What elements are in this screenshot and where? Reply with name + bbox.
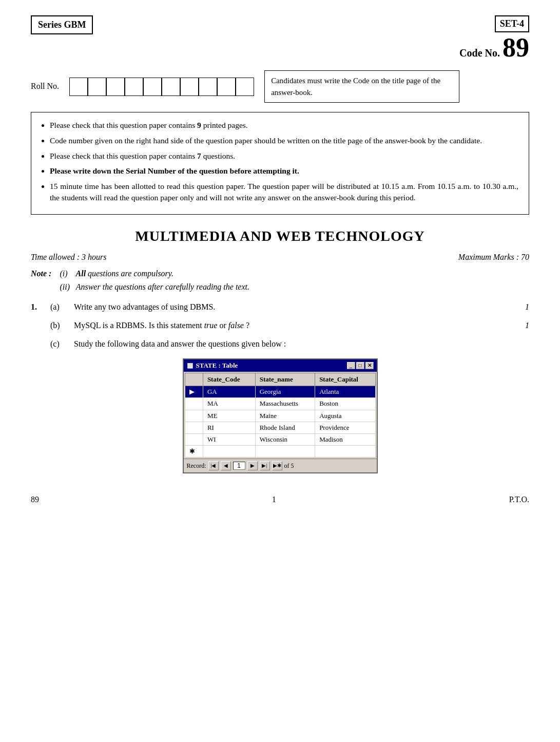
cell-name-new	[255, 446, 315, 458]
nav-new-button[interactable]: ▶✱	[272, 461, 282, 470]
footer-left: 89	[31, 494, 39, 505]
maximize-button[interactable]: □	[356, 362, 364, 369]
nav-last-button[interactable]: ▶|	[260, 461, 270, 470]
roll-box-10[interactable]	[236, 78, 254, 96]
roll-box-3[interactable]	[106, 78, 125, 96]
footer-right: P.T.O.	[509, 494, 529, 505]
cell-code: RI	[203, 422, 255, 433]
instruction-4: Please write down the Serial Number of t…	[50, 165, 518, 177]
question-1a-row: 1. (a) Write any two advantages of using…	[31, 301, 529, 313]
roll-box-2[interactable]	[88, 78, 106, 96]
cell-name: Rhode Island	[255, 422, 315, 433]
table-title: STATE : Table	[196, 361, 238, 370]
question-1b-row: (b) MySQL is a RDBMS. Is this statement …	[31, 320, 529, 331]
instructions-box: Please check that this question paper co…	[31, 112, 529, 215]
cell-code: WI	[203, 433, 255, 445]
roll-box-8[interactable]	[199, 78, 217, 96]
db-table-titlebar: ▦ STATE : Table _ □ ✕	[184, 359, 377, 372]
q1c-text: Study the following data and answer the …	[74, 338, 509, 350]
cell-name: Wisconsin	[255, 433, 315, 445]
code-no-value: 89	[503, 33, 529, 62]
nav-prev-button[interactable]: ◀	[221, 461, 231, 470]
state-table: State_Code State_name State_Capital ▶ GA…	[185, 373, 376, 458]
cell-capital: Augusta	[315, 410, 375, 422]
roll-box-6[interactable]	[162, 78, 180, 96]
cell-code: ME	[203, 410, 255, 422]
note-row: Note : (i) All questions are compulsory.…	[31, 268, 529, 293]
row-indicator	[185, 398, 203, 410]
cell-capital-new	[315, 446, 375, 458]
row-indicator-new: ✱	[185, 446, 203, 458]
nav-first-button[interactable]: |◀	[208, 461, 219, 470]
row-indicator	[185, 410, 203, 422]
subject-title: MULTIMEDIA AND WEB TECHNOLOGY	[31, 226, 529, 246]
note-item-1: (i) All questions are compulsory.	[60, 268, 249, 279]
cell-name: Maine	[255, 410, 315, 422]
col-state-code: State_Code	[203, 373, 255, 386]
q1b-text: MySQL is a RDBMS. Is this statement true…	[74, 320, 509, 331]
roll-section: Roll No. Candidates must write the Code …	[31, 70, 529, 103]
roll-box-4[interactable]	[125, 78, 143, 96]
row-indicator	[185, 422, 203, 433]
cell-code: MA	[203, 398, 255, 410]
titlebar-title: ▦ STATE : Table	[187, 361, 238, 370]
roll-box-1[interactable]	[69, 78, 88, 96]
q1a-part: (a)	[50, 301, 69, 313]
table-row: MA Massachusetts Boston	[185, 398, 375, 410]
questions-section: 1. (a) Write any two advantages of using…	[31, 301, 529, 474]
minimize-button[interactable]: _	[347, 362, 355, 369]
time-allowed: Time allowed : 3 hours	[31, 252, 107, 263]
code-no-label: Code No.	[459, 47, 500, 59]
note-label: Note :	[31, 268, 51, 293]
note-section: Note : (i) All questions are compulsory.…	[31, 268, 529, 293]
q1a-text: Write any two advantages of using DBMS.	[74, 301, 509, 313]
roll-box-5[interactable]	[143, 78, 162, 96]
table-header-row: State_Code State_name State_Capital	[185, 373, 375, 386]
titlebar-controls: _ □ ✕	[347, 362, 374, 369]
col-state-name: State_name	[255, 373, 315, 386]
row-indicator: ▶	[185, 386, 203, 398]
max-marks: Maximum Marks : 70	[458, 252, 529, 263]
footer-center: 1	[272, 494, 276, 505]
table-row: ME Maine Augusta	[185, 410, 375, 422]
col-state-capital: State_Capital	[315, 373, 375, 386]
series-label: Series GBM	[31, 15, 93, 34]
table-row-new: ✱	[185, 446, 375, 458]
note-item-2: (ii) Answer the questions after carefull…	[60, 281, 249, 293]
page-footer: 89 1 P.T.O.	[31, 494, 529, 505]
cell-capital: Providence	[315, 422, 375, 433]
cell-capital: Madison	[315, 433, 375, 445]
question-1c-row: (c) Study the following data and answer …	[31, 338, 529, 350]
col-indicator	[185, 373, 203, 386]
cell-capital: Atlanta	[315, 386, 375, 398]
cell-code: GA	[203, 386, 255, 398]
instruction-5: 15 minute time has been allotted to read…	[50, 181, 518, 203]
cell-code-new	[203, 446, 255, 458]
roll-boxes	[69, 78, 254, 96]
nav-next-button[interactable]: ▶	[247, 461, 258, 470]
row-indicator	[185, 433, 203, 445]
record-label: Record:	[187, 462, 206, 470]
record-of: of 5	[284, 462, 294, 470]
cell-capital: Boston	[315, 398, 375, 410]
close-button[interactable]: ✕	[365, 362, 374, 369]
cell-name: Massachusetts	[255, 398, 315, 410]
instructions-list: Please check that this question paper co…	[38, 120, 518, 203]
q1a-marks: 1	[514, 301, 529, 313]
instruction-3: Please check that this question paper co…	[50, 150, 518, 162]
roll-box-7[interactable]	[180, 78, 199, 96]
table-row: RI Rhode Island Providence	[185, 422, 375, 433]
roll-box-9[interactable]	[217, 78, 236, 96]
q1c-part: (c)	[50, 338, 69, 350]
top-header: Series GBM SET-4 Code No. 89	[31, 15, 529, 61]
table-row: ▶ GA Georgia Atlanta	[185, 386, 375, 398]
candidates-note: Candidates must write the Code on the ti…	[264, 70, 459, 103]
db-table-wrapper: ▦ STATE : Table _ □ ✕ State_Code Sta	[183, 358, 378, 474]
roll-label: Roll No.	[31, 81, 59, 92]
db-table-window: ▦ STATE : Table _ □ ✕ State_Code Sta	[183, 358, 378, 474]
db-table-inner: State_Code State_name State_Capital ▶ GA…	[185, 373, 376, 458]
nav-current-record[interactable]	[233, 462, 245, 470]
db-table-nav: Record: |◀ ◀ ▶ ▶| ▶✱ of 5	[184, 459, 377, 472]
cell-name: Georgia	[255, 386, 315, 398]
q1b-part: (b)	[50, 320, 69, 331]
